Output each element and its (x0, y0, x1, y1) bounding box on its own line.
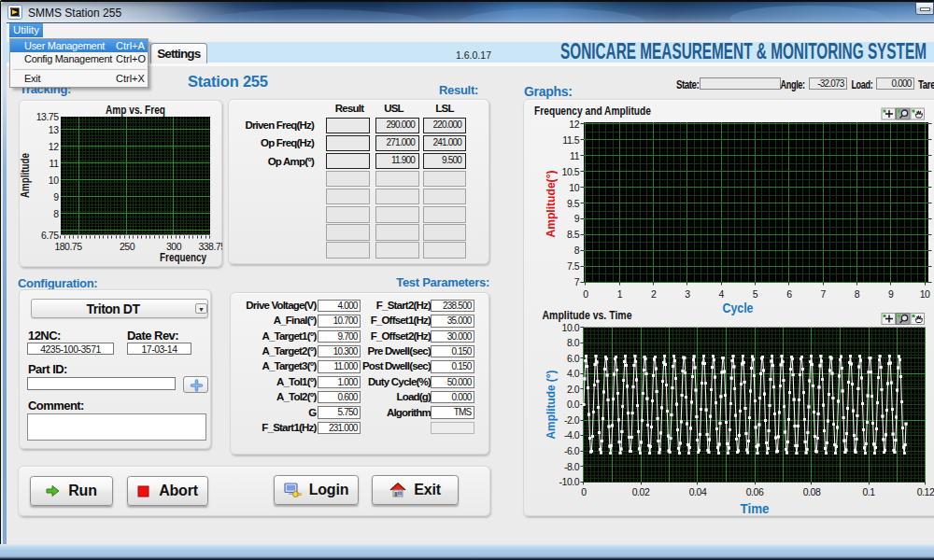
svg-text:0.06: 0.06 (746, 486, 764, 497)
svg-text:0: 0 (583, 288, 588, 300)
svg-text:11: 11 (50, 158, 60, 169)
svg-text:10: 10 (49, 175, 59, 186)
svg-text:Amplitude: Amplitude (19, 153, 32, 198)
svg-text:-6.0: -6.0 (564, 445, 580, 456)
svg-text:Amp vs. Freq: Amp vs. Freq (106, 104, 165, 117)
svg-text:10.0: 10.0 (562, 322, 580, 333)
svg-text:13: 13 (49, 124, 59, 135)
svg-text:7: 7 (574, 276, 580, 287)
svg-text:7.5: 7.5 (567, 260, 580, 272)
svg-text:7: 7 (820, 288, 826, 300)
svg-text:0.0: 0.0 (567, 399, 580, 410)
svg-text:6.0: 6.0 (567, 353, 580, 364)
svg-text:10: 10 (920, 288, 930, 300)
svg-text:9: 9 (888, 288, 894, 300)
svg-text:8: 8 (574, 245, 580, 256)
svg-text:Time: Time (741, 501, 770, 516)
svg-text:2.0: 2.0 (567, 384, 580, 395)
svg-text:SONICARE MEASUREMENT & MONITOR: SONICARE MEASUREMENT & MONITORING SYSTEM (560, 41, 927, 63)
svg-text:12: 12 (569, 119, 579, 130)
svg-text:10.5: 10.5 (562, 166, 580, 177)
svg-text:2: 2 (651, 288, 657, 300)
svg-text:Amplitude(°): Amplitude(°) (544, 171, 558, 238)
svg-text:6.75: 6.75 (41, 230, 59, 241)
svg-text:4: 4 (719, 288, 725, 300)
svg-text:1: 1 (617, 288, 623, 300)
svg-text:-2.0: -2.0 (564, 414, 580, 426)
svg-text:0.04: 0.04 (689, 486, 707, 497)
svg-text:9: 9 (574, 213, 580, 224)
svg-text:11.5: 11.5 (562, 134, 579, 146)
svg-text:Amplitude vs. Time: Amplitude vs. Time (543, 309, 632, 322)
svg-text:Frequency and Amplitude: Frequency and Amplitude (534, 105, 651, 118)
svg-text:180.75: 180.75 (54, 241, 82, 252)
svg-text:3: 3 (685, 288, 690, 300)
svg-text:4.0: 4.0 (567, 368, 580, 379)
svg-text:11: 11 (570, 150, 580, 161)
svg-text:8: 8 (855, 288, 860, 300)
svg-text:-8.0: -8.0 (564, 461, 580, 472)
svg-text:-10.0: -10.0 (559, 476, 580, 487)
svg-text:8.5: 8.5 (567, 229, 580, 240)
svg-text:5: 5 (753, 288, 758, 300)
svg-text:9: 9 (53, 191, 59, 203)
svg-text:0.12: 0.12 (917, 486, 934, 497)
svg-text:6: 6 (786, 288, 792, 300)
svg-text:-4.0: -4.0 (564, 429, 580, 441)
svg-text:13.75: 13.75 (36, 111, 59, 122)
svg-text:Cycle: Cycle (723, 301, 754, 315)
svg-text:0.08: 0.08 (803, 486, 821, 497)
svg-text:8: 8 (53, 208, 59, 219)
svg-text:0.1: 0.1 (862, 486, 875, 497)
svg-text:9.5: 9.5 (567, 198, 580, 209)
svg-text:10: 10 (569, 182, 579, 193)
svg-text:8.0: 8.0 (567, 337, 580, 348)
svg-text:12: 12 (49, 141, 59, 152)
svg-text:Frequency: Frequency (160, 251, 206, 264)
svg-text:0: 0 (581, 486, 587, 497)
svg-text:0.02: 0.02 (632, 486, 650, 497)
svg-text:Amplitude (°): Amplitude (°) (544, 371, 558, 440)
svg-text:250: 250 (120, 241, 135, 252)
